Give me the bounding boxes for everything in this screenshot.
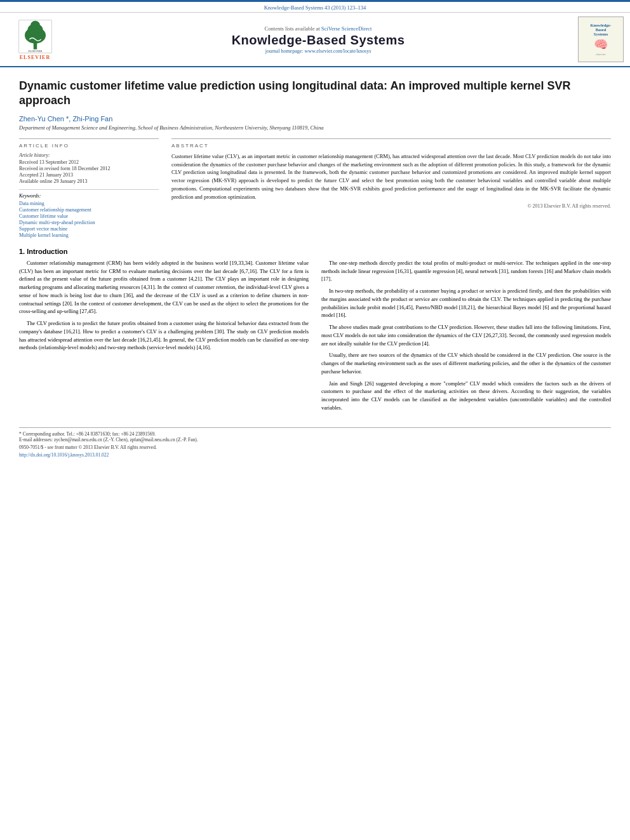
keyword-item: Dynamic multi-step-ahead prediction	[19, 220, 159, 225]
sciverse-link[interactable]: SciVerse ScienceDirect	[321, 25, 372, 32]
revised-date: Received in revised form 18 December 201…	[19, 166, 159, 171]
journal-homepage: journal homepage: www.elsevier.com/locat…	[64, 48, 573, 54]
contents-available: Contents lists available at SciVerse Sci…	[64, 25, 573, 32]
intro-col-left: Customer relationship management (CRM) h…	[19, 259, 309, 416]
elsevier-logo: ELSEVIER ELSEVIER	[6, 19, 64, 60]
article-info-abstract-section: ARTICLE INFO Article history: Received 1…	[19, 138, 611, 239]
svg-point-4	[30, 20, 40, 29]
journal-ref-text: Knowledge-Based Systems 43 (2013) 123–13…	[264, 4, 366, 11]
authors-line: Zhen-Yu Chen *, Zhi-Ping Fan	[19, 115, 611, 123]
intro-body-columns: Customer relationship management (CRM) h…	[19, 259, 611, 416]
journal-header: ELSEVIER ELSEVIER Contents lists availab…	[0, 13, 630, 67]
abstract-text: Customer lifetime value (CLV), as an imp…	[171, 152, 611, 201]
keyword-item: Customer relationship management	[19, 207, 159, 213]
elsevier-text: ELSEVIER	[20, 55, 50, 60]
intro-col-right: The one-step methods directly predict th…	[321, 259, 611, 416]
kbs-logo-area: Knowledge-BasedSystems 🧠 elsevier	[573, 17, 624, 62]
keywords-list: Data miningCustomer relationship managem…	[19, 201, 159, 238]
keyword-item: Multiple kernel learning	[19, 232, 159, 238]
footnote-star: * Corresponding author. Tel.: +86 24 838…	[19, 431, 611, 437]
copyright-line: © 2013 Elsevier B.V. All rights reserved…	[171, 203, 611, 209]
article-info-label: ARTICLE INFO	[19, 143, 159, 149]
elsevier-tree-icon: ELSEVIER	[18, 19, 53, 54]
intro-heading: 1. Introduction	[19, 248, 611, 255]
elsevier-logo-area: ELSEVIER ELSEVIER	[6, 19, 64, 60]
article-history-label: Article history:	[19, 152, 159, 158]
available-date: Available online 29 January 2013	[19, 178, 159, 184]
received-date: Received 13 September 2012	[19, 159, 159, 165]
keywords-label: Keywords:	[19, 193, 159, 199]
intro-paragraph: Customer relationship management (CRM) h…	[19, 259, 309, 316]
keyword-item: Data mining	[19, 201, 159, 206]
abstract-label: ABSTRACT	[171, 143, 611, 149]
intro-paragraph: Jain and Singh [26] suggested developing…	[321, 380, 611, 412]
journal-reference-bar: Knowledge-Based Systems 43 (2013) 123–13…	[0, 2, 630, 13]
intro-paragraph: The one-step methods directly predict th…	[321, 259, 611, 283]
article-title: Dynamic customer lifetime value predicti…	[19, 79, 611, 109]
keyword-item: Support vector machine	[19, 226, 159, 232]
kbs-logo-box: Knowledge-BasedSystems 🧠 elsevier	[578, 17, 624, 62]
intro-paragraph: In two-step methods, the probability of …	[321, 287, 611, 319]
affiliation: Department of Management Science and Eng…	[19, 124, 611, 131]
article-history-block: Article history: Received 13 September 2…	[19, 152, 159, 184]
keywords-block: Keywords: Data miningCustomer relationsh…	[19, 189, 159, 238]
keyword-item: Customer lifetime value	[19, 213, 159, 219]
introduction-section: 1. Introduction Customer relationship ma…	[19, 248, 611, 416]
intro-paragraph: The CLV prediction is to predict the fut…	[19, 319, 309, 352]
footer-issn: 0950-7051/$ - see front matter © 2013 El…	[19, 444, 611, 450]
article-info-column: ARTICLE INFO Article history: Received 1…	[19, 138, 159, 239]
footnote-email: E-mail addresses: zychen@mail.neu.edu.cn…	[19, 437, 611, 443]
intro-paragraph: The above studies made great contributio…	[321, 323, 611, 347]
footer-doi: http://dx.doi.org/10.1016/j.knosys.2013.…	[19, 452, 611, 458]
journal-center-info: Contents lists available at SciVerse Sci…	[64, 25, 573, 54]
intro-paragraph: Usually, there are two sources of the dy…	[321, 351, 611, 375]
accepted-date: Accepted 21 January 2013	[19, 172, 159, 178]
svg-text:ELSEVIER: ELSEVIER	[28, 50, 43, 53]
main-content: Dynamic customer lifetime value predicti…	[0, 67, 630, 464]
footer-section: * Corresponding author. Tel.: +86 24 838…	[19, 427, 611, 458]
abstract-column: ABSTRACT Customer lifetime value (CLV), …	[171, 138, 611, 239]
journal-title: Knowledge-Based Systems	[64, 33, 573, 48]
